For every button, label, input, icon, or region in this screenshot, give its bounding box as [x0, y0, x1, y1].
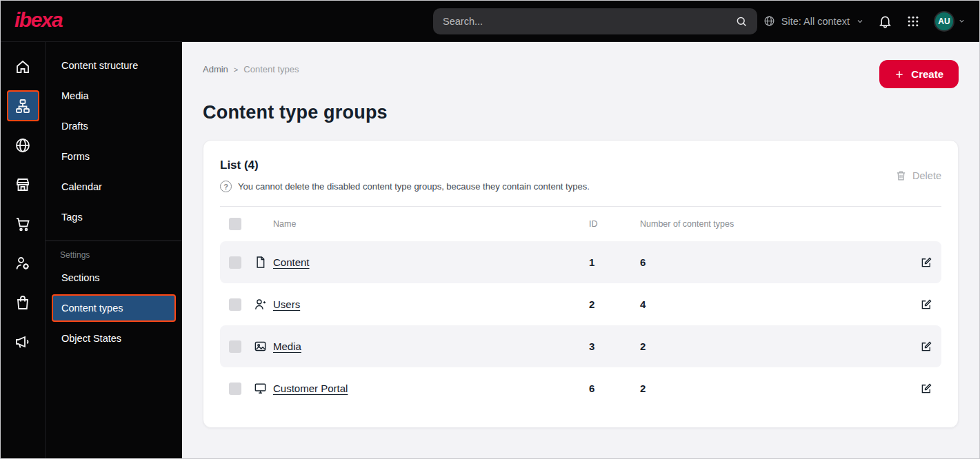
group-id: 1	[589, 256, 640, 268]
edit-button[interactable]	[920, 256, 932, 269]
storefront-icon	[14, 176, 31, 193]
topbar: ibexa Site: All context AU	[1, 1, 979, 42]
delete-button-label: Delete	[912, 170, 941, 181]
column-header-count: Number of content types	[640, 219, 905, 229]
breadcrumb-separator: >	[234, 65, 238, 74]
create-button-label: Create	[911, 68, 943, 80]
help-text: You cannot delete the disabled content t…	[238, 181, 590, 192]
plus-icon	[894, 70, 904, 79]
column-header-id: ID	[589, 219, 640, 229]
user-menu[interactable]: AU	[934, 11, 966, 32]
group-link-customer-portal[interactable]: Customer Portal	[273, 382, 589, 394]
sidebar-item-calendar[interactable]: Calendar	[46, 172, 182, 202]
help-message: ? You cannot delete the disabled content…	[220, 181, 590, 192]
sidebar-item-forms[interactable]: Forms	[46, 141, 182, 172]
row-checkbox[interactable]	[229, 382, 241, 395]
nav-catalog-button[interactable]	[7, 287, 39, 318]
content-type-groups-card: List (4) ? You cannot delete the disable…	[203, 140, 959, 428]
menu-sidebar: Content structure Media Drafts Forms Cal…	[46, 42, 182, 458]
edit-button[interactable]	[920, 298, 932, 311]
table-row: Media 3 2	[220, 325, 941, 367]
group-link-content[interactable]: Content	[273, 256, 589, 268]
row-checkbox[interactable]	[229, 256, 241, 269]
commerce-cart-icon	[14, 216, 31, 232]
media-image-icon	[254, 340, 273, 353]
sidebar-item-object-states[interactable]: Object States	[46, 323, 182, 354]
customer-portal-monitor-icon	[254, 382, 273, 395]
edit-pencil-icon	[920, 256, 932, 269]
content-structure-icon	[14, 98, 31, 114]
group-id: 6	[589, 382, 640, 394]
edit-button[interactable]	[920, 382, 932, 395]
nav-permissions-button[interactable]	[7, 247, 39, 278]
group-link-users[interactable]: Users	[273, 298, 589, 310]
ibexa-logo: ibexa	[14, 10, 62, 33]
search-icon	[735, 15, 748, 28]
avatar: AU	[934, 11, 954, 32]
globe-icon	[763, 15, 775, 27]
sidebar-item-tags[interactable]: Tags	[46, 202, 182, 232]
app-window: ibexa Site: All context AU	[0, 0, 980, 459]
catalog-bag-icon	[14, 294, 31, 311]
table-row: Customer Portal 6 2	[220, 367, 941, 409]
search-input[interactable]	[443, 16, 728, 27]
global-search-bar[interactable]	[433, 8, 757, 34]
nav-marketing-button[interactable]	[7, 326, 39, 357]
group-count: 4	[640, 298, 905, 310]
topbar-actions: Site: All context AU	[763, 11, 966, 32]
select-all-checkbox[interactable]	[229, 218, 241, 230]
nav-site-button[interactable]	[7, 130, 39, 161]
group-count: 6	[640, 256, 905, 268]
group-id: 2	[589, 298, 640, 310]
nav-commerce-button[interactable]	[7, 208, 39, 239]
row-checkbox[interactable]	[229, 298, 241, 311]
site-context-selector[interactable]: Site: All context	[763, 15, 864, 27]
group-id: 3	[589, 340, 640, 352]
edit-pencil-icon	[920, 298, 932, 311]
site-context-label: Site: All context	[781, 16, 850, 27]
edit-pencil-icon	[920, 382, 932, 395]
list-title: List (4)	[220, 159, 590, 172]
nav-storefront-button[interactable]	[7, 169, 39, 200]
users-person-icon	[254, 298, 273, 311]
group-count: 2	[640, 382, 905, 394]
edit-pencil-icon	[920, 340, 932, 353]
sidebar-item-content-structure[interactable]: Content structure	[46, 50, 182, 81]
create-button[interactable]: Create	[879, 60, 959, 88]
table-row: Content 1 6	[220, 241, 941, 283]
nav-home-button[interactable]	[7, 51, 39, 82]
group-link-media[interactable]: Media	[273, 340, 589, 352]
nav-content-structure-button[interactable]	[7, 90, 39, 121]
group-count: 2	[640, 340, 905, 352]
marketing-megaphone-icon	[14, 334, 31, 350]
home-icon	[14, 59, 31, 75]
site-globe-icon	[14, 137, 31, 154]
table-header-row: Name ID Number of content types	[220, 207, 941, 241]
sidebar-item-content-types[interactable]: Content types	[52, 294, 176, 322]
chevron-down-icon	[856, 17, 864, 26]
breadcrumb-current: Content types	[243, 64, 299, 74]
content-type-groups-table: Name ID Number of content types Content …	[220, 206, 941, 409]
sidebar-item-media[interactable]: Media	[46, 81, 182, 111]
delete-button[interactable]: Delete	[895, 170, 941, 181]
sidebar-settings-heading: Settings	[46, 241, 182, 263]
sidebar-item-drafts[interactable]: Drafts	[46, 111, 182, 141]
main-content: Admin > Content types Create Content typ…	[182, 42, 979, 458]
breadcrumb: Admin > Content types	[203, 64, 299, 74]
trash-icon	[895, 170, 907, 181]
permissions-user-icon	[14, 255, 31, 272]
help-question-icon: ?	[220, 181, 232, 192]
chevron-down-icon	[958, 17, 966, 25]
breadcrumb-admin-link[interactable]: Admin	[203, 64, 228, 74]
edit-button[interactable]	[920, 340, 932, 353]
icon-sidebar	[1, 42, 46, 458]
row-checkbox[interactable]	[229, 340, 241, 353]
sidebar-item-sections[interactable]: Sections	[46, 263, 182, 293]
column-header-name: Name	[273, 219, 589, 229]
page-title: Content type groups	[203, 102, 959, 123]
table-row: Users 2 4	[220, 283, 941, 325]
content-file-icon	[254, 256, 273, 269]
apps-grid-icon[interactable]	[906, 14, 920, 28]
notifications-bell-icon[interactable]	[878, 14, 892, 28]
